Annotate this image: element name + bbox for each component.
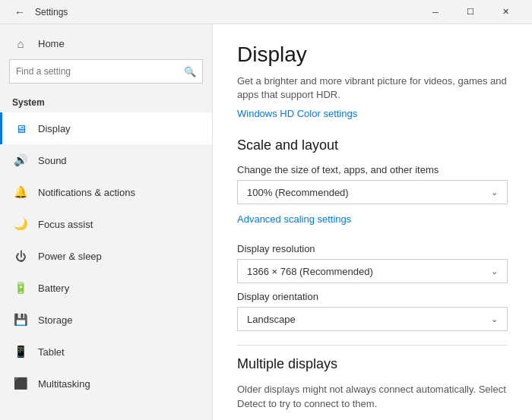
scale-dropdown[interactable]: 100% (Recommended) ⌄ [237,180,508,204]
sidebar-item-label: Sound [38,155,67,166]
search-input[interactable] [16,66,184,77]
sidebar-item-label: Notifications & actions [38,187,135,198]
sidebar-item-label: Focus assist [38,219,93,230]
tablet-icon: 📱 [12,343,29,360]
multiple-displays-desc: Older displays might not always connect … [237,383,508,410]
minimize-button[interactable]: ─ [418,0,453,24]
sidebar: ⌂ Home 🔍 System 🖥 Display 🔊 Sound 🔔 Noti… [0,24,213,420]
chevron-down-icon: ⌄ [491,188,498,197]
window-controls: ─ ☐ ✕ [418,0,523,24]
power-icon: ⏻ [12,248,29,264]
orientation-dropdown[interactable]: Landscape ⌄ [237,307,508,331]
sidebar-item-label: Battery [38,283,69,294]
sidebar-item-label: Display [38,123,71,134]
sidebar-item-notifications[interactable]: 🔔 Notifications & actions [0,176,212,208]
resolution-value: 1366 × 768 (Recommended) [247,266,373,277]
main-panel: Display Get a brighter and more vibrant … [213,24,532,420]
app-body: ⌂ Home 🔍 System 🖥 Display 🔊 Sound 🔔 Noti… [0,24,532,420]
chevron-down-icon: ⌄ [491,314,498,324]
scale-value: 100% (Recommended) [247,187,349,198]
battery-icon: 🔋 [12,279,29,296]
titlebar-title: Settings [35,7,418,17]
sidebar-item-home[interactable]: ⌂ Home [0,27,212,59]
resolution-dropdown[interactable]: 1366 × 768 (Recommended) ⌄ [237,259,508,283]
sidebar-item-sound[interactable]: 🔊 Sound [0,144,212,176]
orientation-value: Landscape [247,314,296,325]
page-title: Display [237,43,508,67]
sidebar-item-display[interactable]: 🖥 Display [0,112,212,144]
sidebar-item-multitasking[interactable]: ⬛ Multitasking [0,368,212,399]
sidebar-item-storage[interactable]: 💾 Storage [0,304,212,336]
sidebar-item-label: Home [38,38,65,49]
sidebar-item-focus[interactable]: 🌙 Focus assist [0,208,212,240]
sound-icon: 🔊 [12,152,29,169]
system-label: System [0,93,212,112]
sidebar-item-tablet[interactable]: 📱 Tablet [0,336,212,368]
multitasking-icon: ⬛ [12,375,29,392]
hdr-link[interactable]: Windows HD Color settings [237,108,357,119]
titlebar: ← Settings ─ ☐ ✕ [0,0,532,24]
home-icon: ⌂ [12,35,29,52]
notifications-icon: 🔔 [12,184,29,201]
storage-icon: 💾 [12,311,29,328]
sidebar-item-label: Power & sleep [38,251,102,262]
back-button[interactable]: ← [9,2,30,23]
sidebar-item-label: Storage [38,314,73,326]
close-button[interactable]: ✕ [488,0,523,24]
scale-label: Change the size of text, apps, and other… [237,164,508,175]
multiple-displays-title: Multiple displays [237,356,508,372]
display-icon: 🖥 [12,120,29,137]
resolution-label: Display resolution [237,243,508,254]
search-icon: 🔍 [184,66,196,77]
maximize-button[interactable]: ☐ [453,0,488,24]
orientation-label: Display orientation [237,291,508,302]
scale-layout-title: Scale and layout [237,137,508,153]
advanced-scaling-link[interactable]: Advanced scaling settings [237,213,351,225]
search-box[interactable]: 🔍 [9,59,203,84]
sidebar-item-battery[interactable]: 🔋 Battery [0,272,212,304]
sidebar-item-label: Multitasking [38,378,90,390]
sidebar-item-label: Tablet [38,346,65,358]
page-description: Get a brighter and more vibrant picture … [237,74,508,102]
sidebar-item-power[interactable]: ⏻ Power & sleep [0,240,212,272]
focus-icon: 🌙 [12,216,29,232]
chevron-down-icon: ⌄ [491,267,498,276]
section-divider [237,345,508,346]
